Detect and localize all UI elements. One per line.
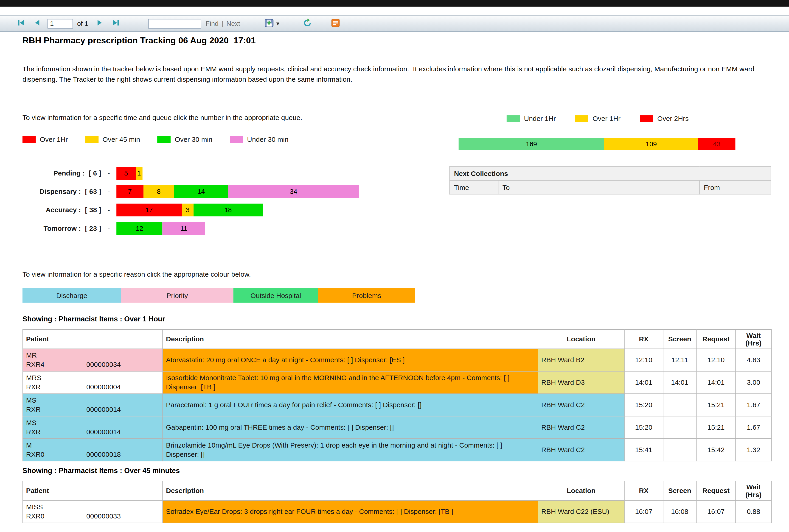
queue-segment[interactable]: 11 xyxy=(163,222,205,235)
queue-segment[interactable]: 17 xyxy=(116,204,182,216)
patient-cell: MRS RXR000000004 xyxy=(23,371,163,394)
dispensing-segment[interactable]: 43 xyxy=(698,138,735,150)
description-cell: Paracetamol: 1 g oral FOUR times a day f… xyxy=(163,394,538,416)
refresh-button[interactable] xyxy=(301,17,314,30)
legend-label: Over 2Hrs xyxy=(657,115,689,122)
reason-instruction: To view information for a specific reaso… xyxy=(22,270,771,278)
last-page-button[interactable] xyxy=(110,18,122,28)
col-header-request: Request xyxy=(696,329,735,349)
wait-cell: 0.88 xyxy=(736,500,772,523)
queue-segment[interactable]: 18 xyxy=(194,204,263,216)
queue-count: [ 23 ] xyxy=(85,225,101,232)
previous-page-icon xyxy=(34,19,40,28)
find-text-input[interactable] xyxy=(148,19,201,28)
col-header-rx: RX xyxy=(624,481,663,500)
rx-cell: 12:10 xyxy=(624,349,663,372)
screen-cell xyxy=(663,416,697,439)
next-page-button[interactable] xyxy=(94,18,105,28)
queue-segment[interactable]: 12 xyxy=(116,222,163,235)
legend-item: Over 2Hrs xyxy=(640,115,689,122)
description-cell: Brinzolamide 10mg/mL Eye Drops (With Pre… xyxy=(163,439,538,461)
screen-cell xyxy=(663,394,697,416)
queue-segment[interactable]: 7 xyxy=(116,185,143,198)
reason-button-outside-hospital[interactable]: Outside Hospital xyxy=(234,288,318,303)
find-divider: | xyxy=(222,20,223,27)
wait-cell: 1.67 xyxy=(736,394,772,416)
patient-title: MRS xyxy=(26,374,159,382)
patient-cell: MR RXR4000000034 xyxy=(23,349,163,372)
dash: - xyxy=(101,188,116,195)
queue-segment[interactable]: 1 xyxy=(136,167,142,179)
location-cell: RBH Ward C2 xyxy=(538,439,624,461)
col-header-description: Description xyxy=(163,329,538,349)
data-feed-button[interactable] xyxy=(329,18,342,30)
queue-segment[interactable]: 8 xyxy=(144,185,174,198)
rx-cell: 15:20 xyxy=(624,394,663,416)
find-next-link[interactable]: Next xyxy=(226,20,240,27)
report-viewer-toolbar: of 1 Find|Next xyxy=(0,15,789,32)
wait-cell: 1.67 xyxy=(736,416,772,439)
previous-page-button[interactable] xyxy=(32,18,42,28)
find-link[interactable]: Find xyxy=(206,20,219,27)
first-page-icon xyxy=(17,19,25,28)
table-header-row: Patient Description Location RX Screen R… xyxy=(23,329,771,349)
location-cell: RBH Ward C2 xyxy=(538,394,624,416)
queue-segment[interactable]: 14 xyxy=(174,185,228,198)
rx-cell: 15:41 xyxy=(624,439,663,461)
col-header-screen: Screen xyxy=(663,481,697,500)
screen-cell xyxy=(663,439,697,461)
page-number-input[interactable] xyxy=(48,19,73,28)
table-row: MISS RXR0000000033 Sofradex Eye/Ear Drop… xyxy=(23,500,771,523)
find-controls: Find|Next xyxy=(206,20,240,27)
next-collections-table: Next Collections Time To From xyxy=(449,166,771,194)
dispensing-segment[interactable]: 109 xyxy=(604,138,698,150)
legend-swatch xyxy=(575,115,589,122)
patient-title: MS xyxy=(26,419,159,426)
location-cell: RBH Ward C2 xyxy=(538,416,624,439)
col-header-wait: Wait(Hrs) xyxy=(736,329,772,349)
dispensing-segment[interactable]: 169 xyxy=(459,138,604,150)
data-feed-icon xyxy=(331,19,340,28)
screen-cell: 12:11 xyxy=(663,349,697,372)
section-heading-over-1-hour: Showing : Pharmacist Items : Over 1 Hour xyxy=(22,315,771,323)
report-body: RBH Pharmacy prescription Tracking 06 Au… xyxy=(0,32,789,523)
first-page-button[interactable] xyxy=(15,18,27,28)
screen-cell: 16:08 xyxy=(663,500,697,523)
patient-code: RXR xyxy=(26,428,86,436)
table-header-row: Patient Description Location RX Screen R… xyxy=(23,481,771,500)
patient-title: M xyxy=(26,441,159,449)
reason-button-priority[interactable]: Priority xyxy=(121,288,233,303)
queue-segment[interactable]: 34 xyxy=(228,185,359,198)
legend-swatch xyxy=(640,115,653,122)
legend-swatch xyxy=(158,136,171,143)
screen: of 1 Find|Next xyxy=(0,0,789,532)
queue-row-tomorrow: Tomorrow :[ 23 ] - 12 11 xyxy=(22,222,771,235)
location-cell: RBH Ward B2 xyxy=(538,349,624,372)
request-cell: 16:07 xyxy=(696,500,735,523)
legend-item: Over 45 min xyxy=(85,136,140,144)
export-button[interactable]: ▼ xyxy=(263,18,282,30)
description-cell: Sofradex Eye/Ear Drops: 3 drops right ea… xyxy=(163,500,538,523)
col-header-description: Description xyxy=(163,481,538,500)
description-cell: Atorvastatin: 20 mg oral ONCE a day at n… xyxy=(163,349,538,372)
next-collections-col-from: From xyxy=(699,180,771,194)
queue-count: [ 63 ] xyxy=(85,188,101,195)
rx-cell: 15:20 xyxy=(624,416,663,439)
legend-label: Over 45 min xyxy=(103,136,140,144)
dash: - xyxy=(101,225,116,232)
legend-item: Under 30 min xyxy=(230,136,289,144)
reason-button-problems[interactable]: Problems xyxy=(318,288,415,303)
reason-button-discharge[interactable]: Discharge xyxy=(22,288,121,303)
col-header-wait: Wait(Hrs) xyxy=(736,481,772,500)
legend-swatch xyxy=(22,136,36,143)
reason-buttons: Discharge Priority Outside Hospital Prob… xyxy=(22,288,771,303)
patient-cell: MS RXR000000014 xyxy=(23,416,163,439)
legend-label: Over 1Hr xyxy=(40,136,68,144)
table-row: MR RXR4000000034 Atorvastatin: 20 mg ora… xyxy=(23,349,771,372)
wait-cell: 3.00 xyxy=(736,371,772,394)
queue-segment[interactable]: 5 xyxy=(116,167,136,179)
pharmacist-items-table-over-45-minutes: Patient Description Location RX Screen R… xyxy=(22,481,772,523)
patient-code: RXR xyxy=(26,406,86,413)
queue-segment[interactable]: 3 xyxy=(182,204,193,216)
table-row: MS RXR000000014 Gabapentin: 100 mg oral … xyxy=(23,416,771,439)
